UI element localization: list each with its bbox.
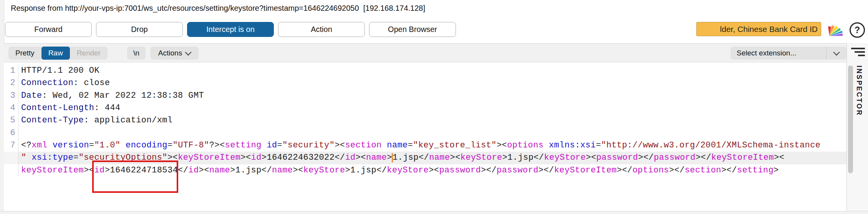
- code-token: ><: [335, 140, 345, 150]
- code-token: section: [345, 140, 381, 150]
- code-token: 1.jsp: [507, 153, 533, 162]
- editor-row[interactable]: 6: [4, 127, 846, 139]
- code-token: name: [272, 166, 293, 175]
- action-button[interactable]: Action: [278, 22, 365, 37]
- code-token: Content-Type: [21, 115, 84, 125]
- code-token: ><: [450, 153, 461, 162]
- help-icon[interactable]: ?: [850, 22, 865, 38]
- editor-row[interactable]: 4Content-Length: 444: [4, 102, 846, 114]
- code-token: name: [366, 153, 387, 162]
- code-token: =: [73, 153, 79, 162]
- code-token: name: [429, 153, 450, 162]
- editor-row[interactable]: 7<?xml version="1.0" encoding="UTF-8"?><…: [4, 139, 846, 152]
- highlight-comment-field[interactable]: lder, Chinese Bank Card ID: [696, 22, 821, 36]
- code-token: ><: [293, 166, 303, 175]
- code-token: ><: [356, 153, 366, 162]
- tab-raw[interactable]: Raw: [41, 47, 70, 60]
- code-token: "key_store_list": [413, 140, 497, 150]
- red-annotation-box: [92, 160, 178, 193]
- code-token: ></: [638, 153, 654, 162]
- drop-button[interactable]: Drop: [96, 22, 183, 37]
- code-token: id: [251, 153, 262, 162]
- code-token: >: [774, 166, 779, 175]
- code-token: Content-Length: [21, 103, 94, 113]
- code-line: HTTP/1.1 200 OK: [18, 65, 846, 77]
- code-token: <?: [21, 140, 31, 150]
- code-token: : application/xml: [84, 115, 172, 125]
- code-token: name: [387, 140, 407, 150]
- code-token: ": [21, 153, 27, 162]
- response-title: Response from http://your-vps-ip:7001/ws…: [11, 4, 425, 13]
- editor-scrollbar[interactable]: [848, 65, 853, 173]
- code-token: password: [654, 153, 696, 162]
- code-token: "security": [282, 140, 335, 150]
- line-number: 1: [4, 65, 18, 77]
- rainbow-fan-icon[interactable]: [826, 23, 844, 37]
- select-extension-dropdown[interactable]: Select extension...: [731, 47, 846, 60]
- code-token: name: [209, 166, 230, 175]
- view-mode-segmented-control: Pretty Raw Render: [8, 47, 108, 60]
- code-token: [382, 140, 387, 150]
- code-token: keyStore: [303, 166, 345, 175]
- code-token: =: [277, 140, 283, 150]
- code-token: ></: [669, 166, 685, 175]
- code-token: ></: [538, 166, 554, 175]
- code-line: Date: Wed, 02 Mar 2022 12:38:38 GMT: [18, 90, 846, 102]
- code-token: >: [387, 153, 392, 162]
- code-token: Date: [21, 91, 42, 100]
- code-token: </: [533, 153, 544, 162]
- forward-button[interactable]: Forward: [5, 22, 92, 37]
- response-editor[interactable]: 1HTTP/1.1 200 OK2Connection: close3Date:…: [4, 62, 846, 211]
- code-line: [18, 127, 846, 139]
- code-token: xsi:type: [31, 153, 73, 162]
- show-newlines-button[interactable]: \n: [127, 47, 146, 60]
- chevron-down-icon: [833, 49, 840, 55]
- code-token: options: [507, 140, 543, 150]
- code-token: 1.jsp: [235, 166, 262, 175]
- code-token: keyStore: [544, 153, 586, 162]
- code-token: options: [633, 166, 669, 175]
- code-token: : Wed, 02 Mar 2022 12:38:38 GMT: [42, 91, 204, 100]
- inspector-label[interactable]: INSPECTOR: [855, 65, 863, 116]
- code-token: password: [497, 166, 538, 175]
- code-token: keyStoreItem: [178, 153, 240, 162]
- line-number: 4: [4, 102, 18, 114]
- editor-row[interactable]: 1HTTP/1.1 200 OK: [4, 65, 846, 77]
- code-token: 1.jsp: [350, 166, 376, 175]
- code-token: </: [335, 153, 345, 162]
- code-token: xmlns:xsi: [549, 140, 596, 150]
- code-token: "http://www.w3.org/2001/XMLSchema-instan…: [601, 140, 820, 150]
- code-token: [120, 140, 126, 150]
- code-token: [543, 140, 549, 150]
- code-token: 1.jsp: [393, 153, 419, 162]
- editor-menu-icon[interactable]: [851, 48, 865, 56]
- open-browser-button[interactable]: Open Browser: [369, 22, 456, 37]
- code-token: ></: [696, 153, 711, 162]
- code-token: id: [267, 140, 277, 150]
- code-token: </: [178, 166, 188, 175]
- chevron-down-icon: [185, 49, 192, 55]
- code-token: Connection: [21, 78, 73, 88]
- code-token: >: [262, 153, 267, 162]
- editor-row[interactable]: 3Date: Wed, 02 Mar 2022 12:38:38 GMT: [4, 90, 846, 102]
- actions-menu-button[interactable]: Actions: [150, 47, 199, 60]
- intercept-toggle-button[interactable]: Intercept is on: [187, 22, 274, 37]
- code-token: id: [188, 166, 199, 175]
- code-token: keyStoreItem: [21, 166, 84, 175]
- code-token: </: [262, 166, 272, 175]
- code-token: ><: [586, 153, 596, 162]
- tab-pretty[interactable]: Pretty: [8, 47, 41, 60]
- code-token: keyStore: [461, 153, 502, 162]
- code-token: ></: [481, 166, 497, 175]
- code-line: <?xml version="1.0" encoding="UTF-8"?><s…: [18, 139, 846, 152]
- tab-render: Render: [70, 47, 108, 60]
- line-number: 5: [4, 114, 18, 127]
- editor-row[interactable]: 5Content-Type: application/xml: [4, 114, 846, 127]
- code-token: >: [502, 153, 508, 162]
- code-token: ><: [429, 166, 439, 175]
- editor-row[interactable]: 2Connection: close: [4, 77, 846, 89]
- code-token: setting: [225, 140, 262, 150]
- code-token: =: [596, 140, 601, 150]
- code-token: [47, 140, 53, 150]
- code-token: keyStoreItem: [711, 153, 774, 162]
